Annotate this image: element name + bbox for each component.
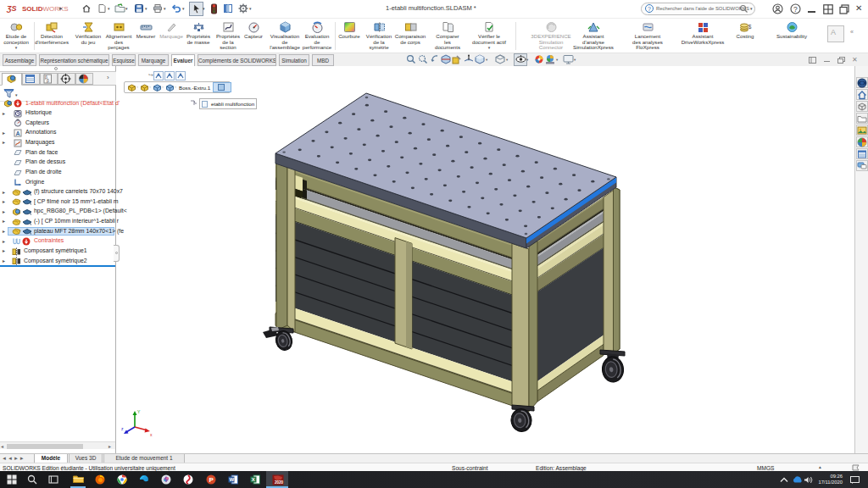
svg-text:x: x xyxy=(150,432,153,437)
svg-text:z: z xyxy=(121,426,124,431)
svg-text:?: ? xyxy=(793,5,798,14)
svg-text:X: X xyxy=(252,477,255,482)
svg-text:W: W xyxy=(230,477,235,482)
svg-text:$: $ xyxy=(748,24,751,30)
svg-text:2020: 2020 xyxy=(275,480,284,485)
svg-text:Y: Y xyxy=(137,409,141,414)
svg-text:A: A xyxy=(16,130,20,136)
svg-text:P: P xyxy=(209,476,214,484)
